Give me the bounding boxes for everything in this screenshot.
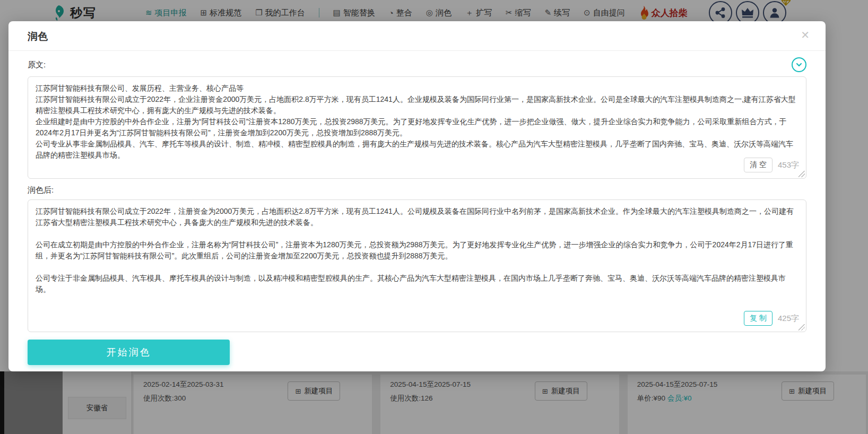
dialog-title: 润色 bbox=[28, 30, 806, 44]
collapse-button[interactable] bbox=[792, 57, 806, 72]
resize-handle-icon[interactable] bbox=[798, 171, 805, 177]
result-char-count: 425字 bbox=[778, 314, 799, 324]
source-textbox: 江苏阿甘智能科技有限公司、发展历程、主营业务、核心产品等 江苏阿甘智能科技有限公… bbox=[28, 76, 806, 179]
polish-dialog: 润色 ✕ 原文: 江苏阿甘智能科技有限公司、发展历程、主营业务、核心产品等 江苏… bbox=[8, 21, 826, 371]
resize-handle-icon[interactable] bbox=[798, 324, 805, 331]
source-textarea[interactable]: 江苏阿甘智能科技有限公司、发展历程、主营业务、核心产品等 江苏阿甘智能科技有限公… bbox=[28, 76, 806, 179]
source-char-count: 453字 bbox=[778, 160, 799, 170]
result-textbox: 江苏阿甘智能科技有限公司成立于2022年，注册资金为2000万美元，占地面积达2… bbox=[28, 199, 806, 332]
source-label: 原文: bbox=[28, 60, 46, 70]
chevron-down-icon bbox=[795, 60, 803, 69]
dialog-header: 润色 ✕ bbox=[8, 21, 826, 51]
close-icon[interactable]: ✕ bbox=[801, 30, 810, 40]
result-textarea[interactable]: 江苏阿甘智能科技有限公司成立于2022年，注册资金为2000万美元，占地面积达2… bbox=[28, 199, 806, 332]
result-label: 润色后: bbox=[28, 185, 54, 195]
copy-button[interactable]: 复 制 bbox=[744, 311, 772, 326]
dialog-body: 原文: 江苏阿甘智能科技有限公司、发展历程、主营业务、核心产品等 江苏阿甘智能科… bbox=[8, 57, 826, 365]
start-polish-button[interactable]: 开始润色 bbox=[28, 340, 230, 365]
clear-button[interactable]: 清 空 bbox=[744, 158, 772, 172]
